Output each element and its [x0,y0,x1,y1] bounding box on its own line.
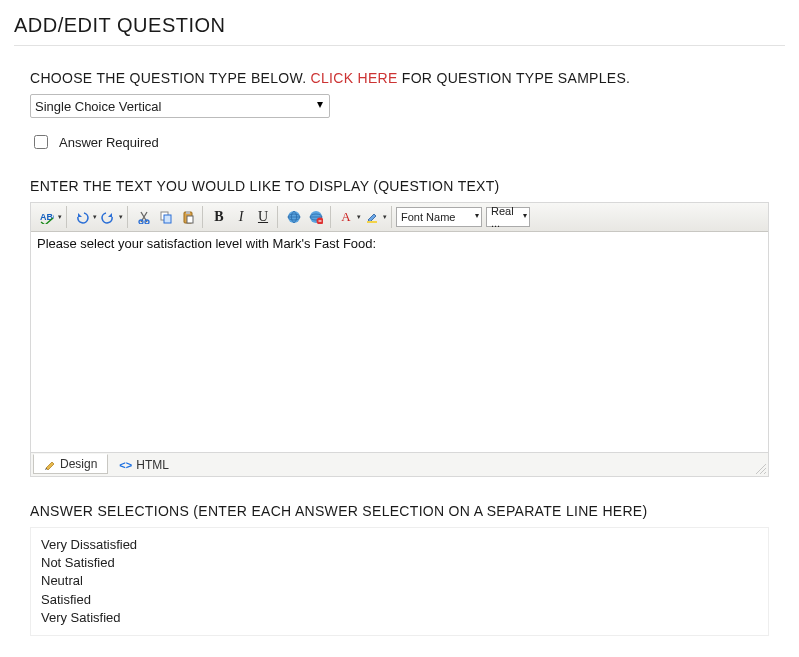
underline-button[interactable]: U [252,207,274,227]
question-type-section: CHOOSE THE QUESTION TYPE BELOW. CLICK HE… [14,70,785,152]
svg-rect-4 [164,215,171,223]
question-type-select[interactable]: Single Choice Vertical [30,94,330,118]
answers-label: ANSWER SELECTIONS (ENTER EACH ANSWER SEL… [30,503,769,519]
answer-selections-section: ANSWER SELECTIONS (ENTER EACH ANSWER SEL… [14,503,785,636]
question-text-label: ENTER THE TEXT YOU WOULD LIKE TO DISPLAY… [30,178,769,194]
svg-rect-7 [187,216,193,223]
rte-editor-area[interactable]: Please select your satisfaction level wi… [31,232,768,452]
redo-button[interactable] [98,207,124,227]
answer-required-label: Answer Required [59,135,159,150]
tab-design-label: Design [60,457,97,471]
page-title: ADD/EDIT QUESTION [14,14,785,37]
undo-button[interactable] [72,207,98,227]
sample-link[interactable]: CLICK HERE [311,70,398,86]
font-size-select[interactable]: Real ... [486,207,530,227]
answers-textarea[interactable]: Very Dissatisfied Not Satisfied Neutral … [30,527,769,636]
bold-button[interactable]: B [208,207,230,227]
svg-rect-13 [367,221,377,223]
font-name-select[interactable]: Font Name [396,207,482,227]
tab-design[interactable]: Design [33,454,108,474]
tab-html[interactable]: <> HTML [108,455,180,475]
question-text-section: ENTER THE TEXT YOU WOULD LIKE TO DISPLAY… [14,178,785,477]
svg-text:ABC: ABC [40,212,54,222]
prompt-pre: CHOOSE THE QUESTION TYPE BELOW. [30,70,311,86]
answer-required-checkbox[interactable] [34,135,48,149]
tab-html-label: HTML [136,458,169,472]
copy-button[interactable] [155,207,177,227]
cut-button[interactable] [133,207,155,227]
remove-link-button[interactable] [305,207,327,227]
rich-text-editor: ABC [30,202,769,477]
spellcheck-button[interactable]: ABC [37,207,63,227]
answer-line: Very Satisfied [41,609,758,627]
answer-required-row: Answer Required [30,132,769,152]
rte-mode-tabs: Design <> HTML [31,452,768,476]
svg-rect-6 [186,211,190,214]
answer-line: Satisfied [41,591,758,609]
answer-line: Neutral [41,572,758,590]
answer-line: Not Satisfied [41,554,758,572]
italic-button[interactable]: I [230,207,252,227]
question-type-prompt: CHOOSE THE QUESTION TYPE BELOW. CLICK HE… [30,70,769,86]
pencil-icon [44,458,56,470]
insert-link-button[interactable] [283,207,305,227]
resize-grip[interactable] [756,464,766,474]
divider [14,45,785,46]
highlight-color-button[interactable] [362,207,388,227]
answer-line: Very Dissatisfied [41,536,758,554]
paste-button[interactable] [177,207,199,227]
prompt-post: FOR QUESTION TYPE SAMPLES. [398,70,631,86]
font-name-label: Font Name [401,211,455,223]
code-icon: <> [119,459,132,471]
font-color-button[interactable]: A [336,207,362,227]
rte-content: Please select your satisfaction level wi… [37,236,376,251]
question-type-selected: Single Choice Vertical [35,99,161,114]
font-size-label: Real ... [491,205,515,229]
rte-toolbar: ABC [31,203,768,232]
